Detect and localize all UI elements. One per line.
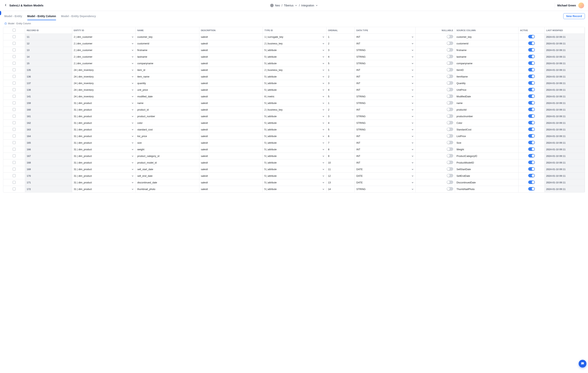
type-id-cell[interactable]: 5 | attribute — [263, 53, 326, 60]
chevron-down-icon[interactable] — [411, 161, 414, 164]
source-column-cell[interactable]: customerid — [455, 40, 518, 47]
column-header[interactable]: DATA TYPE — [355, 27, 416, 34]
description-cell[interactable]: saleslt — [199, 40, 263, 47]
data-type-cell[interactable]: STRING — [355, 100, 416, 106]
data-type-cell[interactable]: INT — [355, 140, 416, 146]
type-id-cell[interactable]: 6 | metric — [263, 93, 326, 100]
data-type-cell[interactable]: STRING — [355, 60, 416, 67]
chevron-down-icon[interactable] — [411, 122, 414, 124]
name-cell[interactable]: standard_cost — [136, 126, 199, 133]
description-cell[interactable]: saleslt — [199, 67, 263, 73]
toggle[interactable] — [447, 180, 453, 184]
chevron-down-icon[interactable] — [322, 89, 325, 91]
toggle[interactable] — [528, 81, 535, 85]
row-checkbox[interactable] — [13, 187, 16, 190]
toggle[interactable] — [447, 108, 453, 111]
record-id-cell[interactable]: 141 — [25, 93, 72, 100]
row-checkbox[interactable] — [13, 115, 16, 118]
row-checkbox[interactable] — [13, 108, 16, 111]
ordinal-cell[interactable]: 3 — [326, 80, 355, 87]
row-checkbox[interactable] — [13, 95, 16, 98]
type-id-cell[interactable]: 5 | attribute — [263, 140, 326, 146]
entity-id-cell[interactable]: 31 | dim_product — [72, 140, 136, 146]
entity-id-cell[interactable]: 2 | dim_customer — [72, 53, 136, 60]
entity-id-cell[interactable]: 24 | dim_inventory — [72, 93, 136, 100]
record-id-cell[interactable]: 171 — [25, 179, 72, 186]
record-id-cell[interactable]: 163 — [25, 126, 72, 133]
row-checkbox[interactable] — [13, 168, 16, 171]
name-cell[interactable]: product_category_id — [136, 153, 199, 159]
chevron-down-icon[interactable] — [131, 42, 134, 45]
column-header[interactable]: ORDINAL — [326, 27, 355, 34]
description-cell[interactable]: saleslt — [199, 47, 263, 53]
data-type-cell[interactable]: STRING — [355, 47, 416, 53]
description-cell[interactable]: saleslt — [199, 173, 263, 179]
column-header[interactable]: NAME — [136, 27, 199, 34]
toggle[interactable] — [528, 48, 535, 52]
toggle[interactable] — [528, 127, 535, 131]
description-cell[interactable]: saleslt — [199, 126, 263, 133]
name-cell[interactable]: product_model_id — [136, 159, 199, 166]
chevron-down-icon[interactable] — [411, 62, 414, 65]
chevron-down-icon[interactable] — [131, 181, 134, 184]
data-type-cell[interactable]: INT — [355, 146, 416, 153]
chevron-down-icon[interactable] — [322, 175, 325, 177]
toggle[interactable] — [447, 121, 453, 124]
chevron-down-icon[interactable] — [411, 181, 414, 184]
chevron-down-icon[interactable] — [411, 55, 414, 58]
description-cell[interactable]: saleslt — [199, 53, 263, 60]
row-checkbox[interactable] — [13, 42, 16, 45]
chevron-down-icon[interactable] — [131, 75, 134, 78]
chevron-down-icon[interactable] — [411, 175, 414, 177]
row-checkbox[interactable] — [13, 148, 16, 151]
record-id-cell[interactable]: 159 — [25, 100, 72, 106]
toggle[interactable] — [447, 141, 453, 144]
data-type-cell[interactable]: INT — [355, 87, 416, 93]
data-type-cell[interactable]: DATE — [355, 173, 416, 179]
source-column-cell[interactable]: Weight — [455, 146, 518, 153]
toggle[interactable] — [447, 187, 453, 191]
data-type-cell[interactable]: INT — [355, 80, 416, 87]
ordinal-cell[interactable]: 6 — [326, 133, 355, 140]
chevron-down-icon[interactable] — [411, 42, 414, 45]
description-cell[interactable]: saleslt — [199, 166, 263, 173]
source-column-cell[interactable]: SellStartDate — [455, 166, 518, 173]
row-checkbox[interactable] — [13, 101, 16, 104]
description-cell[interactable]: saleslt — [199, 73, 263, 80]
type-id-cell[interactable]: 5 | attribute — [263, 80, 326, 87]
name-cell[interactable]: companyname — [136, 60, 199, 67]
record-id-cell[interactable]: 137 — [25, 80, 72, 87]
toggle[interactable] — [447, 167, 453, 171]
record-id-cell[interactable]: 165 — [25, 140, 72, 146]
entity-id-cell[interactable]: 31 | dim_product — [72, 113, 136, 120]
chevron-down-icon[interactable] — [131, 102, 134, 104]
type-id-cell[interactable]: 5 | attribute — [263, 146, 326, 153]
source-column-cell[interactable]: ListPrice — [455, 133, 518, 140]
ordinal-cell[interactable]: 4 — [326, 87, 355, 93]
ordinal-cell[interactable]: 4 — [326, 120, 355, 126]
name-cell[interactable]: item_id — [136, 67, 199, 73]
record-id-cell[interactable]: 13 — [25, 47, 72, 53]
record-id-cell[interactable]: 168 — [25, 159, 72, 166]
toggle[interactable] — [447, 35, 453, 38]
record-id-cell[interactable]: 12 — [25, 40, 72, 47]
toggle[interactable] — [528, 74, 535, 78]
row-checkbox[interactable] — [13, 82, 16, 84]
chevron-down-icon[interactable] — [294, 4, 297, 7]
row-checkbox[interactable] — [13, 49, 16, 52]
chevron-down-icon[interactable] — [322, 181, 325, 184]
data-type-cell[interactable]: STRING — [355, 186, 416, 193]
name-cell[interactable]: unit_price — [136, 87, 199, 93]
description-cell[interactable]: saleslt — [199, 179, 263, 186]
toggle[interactable] — [447, 134, 453, 138]
type-id-cell[interactable]: 5 | attribute — [263, 126, 326, 133]
record-id-cell[interactable]: 135 — [25, 67, 72, 73]
record-id-cell[interactable]: 162 — [25, 120, 72, 126]
source-column-cell[interactable]: ItemName — [455, 73, 518, 80]
ordinal-cell[interactable]: 8 — [326, 146, 355, 153]
record-id-cell[interactable]: 172 — [25, 186, 72, 193]
name-cell[interactable]: color — [136, 120, 199, 126]
description-cell[interactable]: saleslt — [199, 80, 263, 87]
chevron-down-icon[interactable] — [322, 115, 325, 118]
toggle[interactable] — [447, 94, 453, 98]
